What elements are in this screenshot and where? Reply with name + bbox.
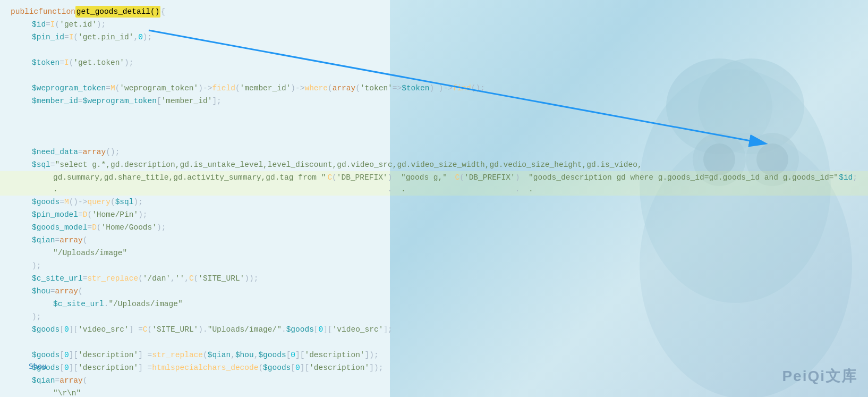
code-line-4 [0, 44, 868, 56]
code-line-20: ); [0, 259, 868, 272]
code-line-11 [0, 133, 868, 146]
code-line-28: $goods [ 0 ][ 'description' ] = htmlspec… [0, 361, 868, 374]
code-line-26 [0, 336, 868, 349]
code-line-17: $goods_model = D ( 'Home/Goods' ); [0, 221, 868, 234]
var-id: $id [32, 19, 46, 30]
keyword-function: function [38, 6, 75, 18]
code-line-9 [0, 107, 868, 120]
code-line-12: $need_data = array (); [0, 146, 868, 158]
code-line-24: ); [0, 310, 868, 323]
code-line-2: $id = I ( 'get.id' ); [0, 18, 868, 31]
code-line-13: $sql = "select g.*,gd.description,gd.is_… [0, 158, 868, 171]
code-line-14: gd.summary,gd.share_title,gd.activity_su… [0, 171, 868, 196]
code-line-16: $pin_model = D ( 'Home/Pin' ); [0, 208, 868, 221]
code-line-29: $qian = array ( [0, 374, 868, 387]
code-line-10 [0, 120, 868, 133]
code-line-5: $token = I ( 'get.token' ); [0, 56, 868, 69]
code-line-7: $weprogram_token = M ( 'weprogram_token'… [0, 82, 868, 95]
watermark: PeiQi文库 [782, 366, 857, 386]
code-line-27: $goods [ 0 ][ 'description' ] = str_repl… [0, 349, 868, 361]
keyword-public: public [11, 6, 38, 18]
code-line-30: "\r\n" [0, 387, 868, 397]
code-line-1: public function get_goods_detail() { [0, 5, 868, 18]
code-line-6 [0, 69, 868, 82]
function-name-highlight: get_goods_detail() [75, 6, 161, 18]
code-line-22: $hou = array ( [0, 285, 868, 298]
code-line-25: $goods [ 0 ][ 'video_src' ] = C ( 'SITE_… [0, 323, 868, 336]
code-line-8: $member_id = $weprogram_token [ 'member_… [0, 95, 868, 107]
code-line-19: "/Uploads/image" [0, 247, 868, 259]
code-line-3: $pin_id = I ( 'get.pin_id' , 0 ); [0, 31, 868, 44]
code-container: public function get_goods_detail() { $id… [0, 0, 868, 397]
code-line-18: $qian = array ( [0, 234, 868, 247]
code-line-23: $c_site_url . "/Uploads/image" [0, 298, 868, 310]
code-line-15: $goods = M ()-> query ( $sql ); [0, 196, 868, 208]
code-line-21: $c_site_url = str_replace ( '/dan' , '' … [0, 272, 868, 285]
shou-label: Shou [29, 362, 47, 370]
brace-open: { [160, 6, 165, 18]
